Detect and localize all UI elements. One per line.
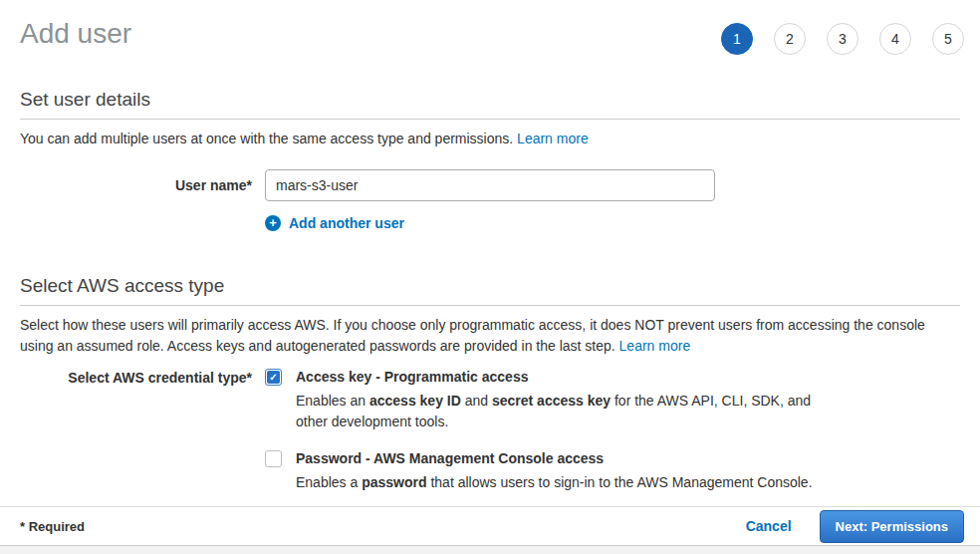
console-access-description: Enables a password that allows users to … bbox=[296, 472, 813, 493]
section-access-type: Select AWS access type Select how these … bbox=[20, 275, 960, 493]
required-note: * Required bbox=[20, 519, 85, 534]
add-another-user-label: Add another user bbox=[289, 215, 404, 231]
programmatic-access-checkbox[interactable]: ✓ bbox=[265, 369, 282, 386]
page-header: Add user 1 2 3 4 5 bbox=[0, 0, 980, 55]
main-content: Set user details You can add multiple us… bbox=[0, 89, 980, 493]
step-3[interactable]: 3 bbox=[827, 23, 858, 55]
credential-type-label: Select AWS credential type* bbox=[20, 369, 252, 493]
credential-type-row: Select AWS credential type* ✓ Access key… bbox=[20, 369, 960, 493]
checkmark-icon: ✓ bbox=[267, 371, 280, 384]
step-4[interactable]: 4 bbox=[879, 23, 911, 55]
add-user-page: Add user 1 2 3 4 5 Set user details You … bbox=[0, 0, 980, 554]
next-permissions-button[interactable]: Next: Permissions bbox=[820, 510, 964, 543]
learn-more-link-access-type[interactable]: Learn more bbox=[619, 338, 691, 354]
step-5[interactable]: 5 bbox=[932, 23, 964, 55]
access-type-heading: Select AWS access type bbox=[20, 275, 960, 306]
access-type-intro-text: Select how these users will primarily ac… bbox=[20, 317, 925, 354]
programmatic-access-description: Enables an access key ID and secret acce… bbox=[296, 391, 822, 432]
add-another-user-link[interactable]: + Add another user bbox=[265, 215, 404, 231]
page-title: Add user bbox=[20, 16, 131, 52]
plus-circle-icon: + bbox=[265, 215, 281, 231]
username-label: User name* bbox=[20, 169, 252, 201]
footer: * Required Cancel Next: Permissions bbox=[0, 506, 980, 554]
user-details-heading: Set user details bbox=[20, 89, 960, 120]
username-input[interactable] bbox=[265, 169, 715, 201]
footer-bar: * Required Cancel Next: Permissions bbox=[0, 506, 980, 546]
step-indicator: 1 2 3 4 5 bbox=[721, 23, 964, 55]
step-1[interactable]: 1 bbox=[721, 23, 753, 55]
username-row: User name* bbox=[20, 169, 960, 201]
console-access-text: Password - AWS Management Console access… bbox=[296, 450, 813, 493]
option-programmatic-access: ✓ Access key - Programmatic access Enabl… bbox=[265, 369, 960, 432]
credential-options: ✓ Access key - Programmatic access Enabl… bbox=[265, 369, 960, 493]
step-2[interactable]: 2 bbox=[774, 23, 806, 55]
section-user-details: Set user details You can add multiple us… bbox=[20, 89, 960, 231]
programmatic-access-text: Access key - Programmatic access Enables… bbox=[296, 369, 822, 432]
programmatic-access-title: Access key - Programmatic access bbox=[296, 369, 822, 386]
option-console-access: ✓ Password - AWS Management Console acce… bbox=[265, 450, 960, 493]
user-details-intro: You can add multiple users at once with … bbox=[20, 129, 960, 149]
console-access-title: Password - AWS Management Console access bbox=[296, 450, 813, 467]
bottom-strip bbox=[0, 546, 980, 554]
console-access-checkbox[interactable]: ✓ bbox=[265, 450, 282, 467]
cancel-button[interactable]: Cancel bbox=[746, 518, 792, 534]
learn-more-link-user-details[interactable]: Learn more bbox=[517, 131, 589, 146]
username-field-col bbox=[265, 169, 960, 201]
access-type-intro: Select how these users will primarily ac… bbox=[20, 315, 960, 357]
user-details-intro-text: You can add multiple users at once with … bbox=[20, 131, 517, 146]
